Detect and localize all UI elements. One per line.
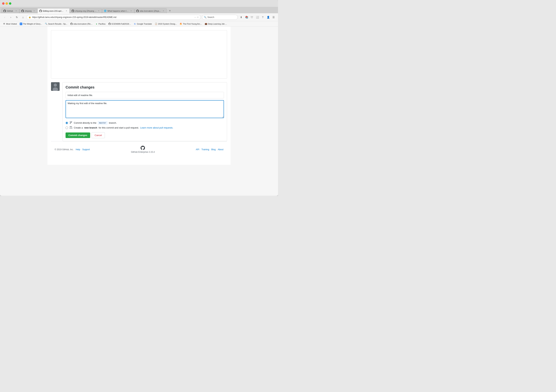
about-link[interactable]: About: [218, 148, 224, 151]
view-button[interactable]: ⬜: [255, 15, 260, 20]
toolbar: ‹ › ↻ ⌂ 🔒 https://github.tamu.edu/zhiyan…: [0, 13, 278, 21]
editor-area[interactable]: [51, 30, 227, 79]
first-young-icon: 🔥: [180, 23, 182, 25]
commit-form: Commit changes Making my first edit of t…: [62, 82, 227, 141]
radio-direct-input[interactable]: [66, 122, 68, 124]
search-icon: 🔍: [204, 16, 207, 18]
commit-description-textarea[interactable]: Making my first edit of the readme file.: [66, 100, 224, 118]
commit-message-input[interactable]: [66, 92, 224, 98]
bookmark-first-young[interactable]: 🔥 The First Young Arc...: [178, 22, 203, 25]
commit-section: Commit changes Making my first edit of t…: [51, 82, 227, 141]
github-enterprise-text: GitHub Enterprise 2.15.4: [131, 151, 155, 153]
tab-eda[interactable]: eda-ricercatore (Zhiyang O... ×: [134, 8, 167, 13]
forward-button[interactable]: ›: [8, 15, 13, 20]
tab-eda-close[interactable]: ×: [162, 10, 165, 12]
maximize-button[interactable]: [9, 2, 11, 5]
github-page: Commit changes Making my first edit of t…: [47, 27, 231, 165]
title-bar: [0, 0, 278, 7]
github-icon-2: [21, 10, 24, 12]
bookmark-ecen[interactable]: ECEN689-Fall2018/...: [107, 22, 132, 25]
bookmark-eda-label: eda-ricercatore (Ric...: [73, 23, 93, 25]
commit-changes-button[interactable]: Commit changes: [66, 132, 90, 138]
radio-group: Commit directly to the master branch. C: [66, 121, 224, 129]
search-placeholder: Search: [208, 16, 214, 18]
new-tab-button[interactable]: +: [167, 8, 172, 13]
support-link[interactable]: Support: [82, 148, 90, 151]
tab-whathappens[interactable]: 🌐 What happens when I chan... ×: [102, 8, 134, 13]
radio-option-direct: Commit directly to the master branch.: [66, 121, 224, 125]
tab-github-close[interactable]: ×: [15, 10, 17, 12]
tab-editing-close[interactable]: ×: [65, 10, 68, 12]
svg-point-1: [54, 83, 57, 87]
footer: © 2019 GitHub, Inc. Help Support GitHub …: [51, 141, 227, 158]
bookmark-deep-learning[interactable]: 💼 Deep Learning Job ...: [204, 22, 228, 25]
bookmark-google-translate[interactable]: G Google Translate: [132, 22, 153, 25]
github-icon-4: [72, 10, 74, 12]
tab-editing[interactable]: Editing ecen-215-spring-20... ×: [37, 8, 70, 13]
bookmark-first-young-label: The First Young Arc...: [183, 23, 202, 25]
lock-icon: 🔒: [29, 16, 31, 18]
bookmark-pacifica[interactable]: ● Pacifica: [94, 22, 107, 25]
tab-whathappens-label: What happens when I chan...: [107, 10, 129, 12]
address-text: https://github.tamu.edu/zhiyang-ong/ecen…: [32, 16, 193, 18]
download-button[interactable]: ⬇: [239, 15, 244, 20]
reload-button[interactable]: ↻: [14, 15, 19, 20]
menu-button[interactable]: ☰: [271, 15, 276, 20]
bookmark-most-visited[interactable]: ⚙ Most Visited: [2, 22, 18, 25]
btn-group: Commit changes Cancel: [66, 132, 224, 138]
tab-whathappens-close[interactable]: ×: [130, 10, 132, 12]
translate-icon: G: [134, 23, 136, 25]
tab-ong[interactable]: zhiyang-ong (Zhiyang Ong) ×: [70, 8, 102, 13]
page-content: Commit changes Making my first edit of t…: [0, 27, 278, 195]
tab-zhiyang[interactable]: zhiyang ×: [19, 8, 37, 13]
bookmark-search-results[interactable]: 🔍 Search Results - Sp...: [44, 22, 69, 25]
bookmarks-bar: ⚙ Most Visited V The Weight of Glory... …: [0, 21, 278, 27]
training-link[interactable]: Training: [201, 148, 209, 151]
address-bar[interactable]: 🔒 https://github.tamu.edu/zhiyang-ong/ec…: [27, 15, 201, 20]
help-button[interactable]: ?: [260, 15, 265, 20]
cancel-button[interactable]: Cancel: [92, 132, 105, 138]
radio-branch-bold: new branch: [84, 126, 97, 129]
search-bar[interactable]: 🔍 Search: [202, 15, 238, 20]
traffic-lights: [2, 2, 11, 5]
commit-changes-title: Commit changes: [66, 85, 224, 89]
tab-github[interactable]: GitHub ×: [1, 8, 19, 13]
radio-branch-input[interactable]: [66, 127, 68, 129]
tab-editing-label: Editing ecen-215-spring-20...: [43, 10, 64, 12]
radio-option-branch: Create a new branch for this commit and …: [66, 126, 224, 129]
shield-button[interactable]: 🛡: [250, 15, 254, 20]
library-button[interactable]: 📚: [244, 15, 249, 20]
browser-window: GitHub × zhiyang × Editing ecen-215-spri…: [0, 0, 278, 196]
bookmark-google-translate-label: Google Translate: [137, 23, 152, 25]
tab-bar: GitHub × zhiyang × Editing ecen-215-spri…: [0, 7, 278, 13]
radio-branch-label-suffix: for this commit and start a pull request…: [99, 126, 139, 129]
account-button[interactable]: 👤: [266, 15, 270, 20]
tab-ong-close[interactable]: ×: [98, 10, 100, 12]
help-link[interactable]: Help: [76, 148, 80, 151]
more-icon[interactable]: ···: [194, 16, 196, 18]
minimize-button[interactable]: [6, 2, 8, 5]
toolbar-right: ⬇ 📚 🛡 ⬜ ? 👤 ☰: [239, 15, 276, 20]
bookmark-weight-glory[interactable]: V The Weight of Glory...: [19, 22, 43, 25]
tab-zhiyang-label: zhiyang: [25, 10, 32, 12]
github-icon-3: [39, 10, 42, 12]
footer-right: API Training Blog About: [196, 148, 224, 151]
pull-request-icon: [70, 126, 72, 129]
bookmark-search-results-label: Search Results - Sp...: [48, 23, 67, 25]
tab-eda-label: eda-ricercatore (Zhiyang O...: [140, 10, 161, 12]
radio-direct-label-prefix: Commit directly to the: [74, 121, 96, 124]
bookmark-weight-glory-label: The Weight of Glory...: [23, 23, 42, 25]
home-button[interactable]: ⌂: [21, 15, 25, 20]
tab-zhiyang-close[interactable]: ×: [33, 10, 35, 12]
blog-link[interactable]: Blog: [211, 148, 216, 151]
bookmark-eda[interactable]: eda-ricercatore (Ric...: [69, 22, 93, 25]
back-button[interactable]: ‹: [2, 15, 7, 20]
tab-github-label: GitHub: [7, 10, 14, 12]
bookmark-icon[interactable]: ☆: [197, 16, 199, 18]
ecen-icon: [108, 23, 111, 25]
learn-more-link[interactable]: Learn more about pull requests.: [140, 126, 173, 129]
api-link[interactable]: API: [196, 148, 199, 151]
close-button[interactable]: [2, 2, 5, 5]
bookmark-system-design[interactable]: 📋 2019 System Desig...: [154, 22, 178, 25]
tab-ong-label: zhiyang-ong (Zhiyang Ong): [75, 10, 97, 12]
